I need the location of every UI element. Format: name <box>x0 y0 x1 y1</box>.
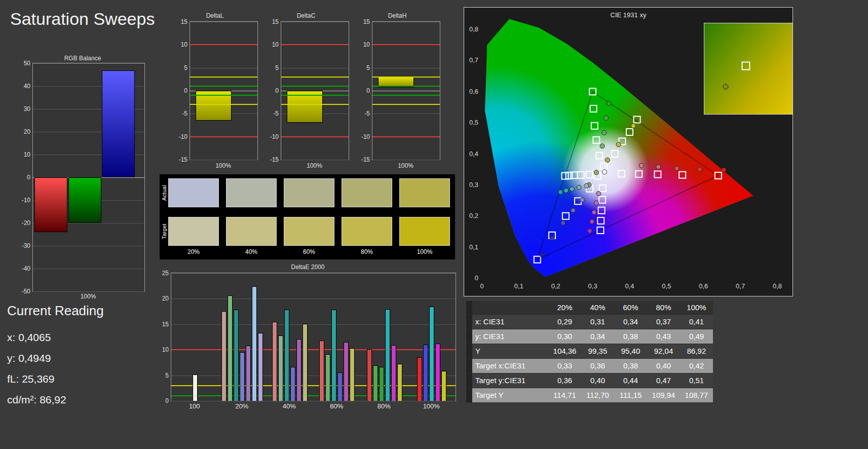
table-value-cell: 109,94 <box>647 388 680 402</box>
grid-line <box>171 376 456 376</box>
deltae-bar <box>423 345 428 401</box>
table-header-cell: 40% <box>581 301 614 314</box>
current-reading-section: Current Reading x: 0,4065 y: 0,4949 fL: … <box>7 303 104 410</box>
deltae-bar <box>367 349 372 401</box>
bar-blue <box>102 70 135 178</box>
measured-dot <box>558 190 563 195</box>
swatch-col-label: 80% <box>342 248 392 255</box>
table-value-cell: 0,43 <box>647 329 680 344</box>
y-tick-label: 20 <box>17 128 30 135</box>
table-gutter-cell <box>466 388 472 402</box>
deltae-bar <box>228 295 233 401</box>
deltae-2000-chart[interactable]: DeltaE 2000 2520151050 10020%40%60%80%10… <box>160 264 456 413</box>
x-axis-tick-label: 0,8 <box>773 282 782 290</box>
measured-dot <box>592 210 596 214</box>
x-axis-label: 80% <box>364 402 404 410</box>
deltae-bar <box>296 339 301 401</box>
grid-line <box>190 22 257 22</box>
deltae-bar <box>234 310 239 401</box>
y-tick-label: -10 <box>174 133 187 140</box>
y-tick-label: -5 <box>266 110 279 117</box>
deltae-bar <box>303 324 308 401</box>
y-tick-label: 15 <box>357 18 370 25</box>
x-axis-tick-label: 0,3 <box>588 282 597 290</box>
limit-line <box>372 44 440 45</box>
table-value-cell: 0,34 <box>581 329 614 344</box>
delta-c-x-axis-label: 100% <box>281 162 348 169</box>
actual-swatch <box>342 178 392 207</box>
table-row: Target x:CIE310,330,360,380,400,42 <box>466 359 713 373</box>
table-header-row: 20%40%60%80%100% <box>466 301 713 315</box>
current-reading-x: x: 0,4065 <box>7 327 104 348</box>
limit-line <box>171 349 456 350</box>
x-axis-label: 40% <box>269 402 310 410</box>
delta-l-chart[interactable]: DeltaL 151050-5-10-15 100% <box>171 12 258 171</box>
swatch-col-label: 60% <box>284 248 334 255</box>
table-value-cell: 0,33 <box>548 359 581 373</box>
limit-line <box>281 44 349 45</box>
limit-line <box>190 86 257 87</box>
y-tick-label: 10 <box>156 346 169 353</box>
table-header-cell: 100% <box>680 301 713 314</box>
deltae-bar <box>319 341 324 401</box>
swatch-row-label: Actual <box>161 178 168 207</box>
target-swatch <box>342 217 392 246</box>
table-row-label: Target Y <box>472 388 548 402</box>
table-row: Target y:CIE310,360,400,440,470,51 <box>466 373 713 388</box>
cie-1931-chart[interactable]: CIE 1931 xy 00,10,20,30,40,50,60,70,80,8… <box>464 7 793 296</box>
current-reading-cdm2: cd/m²: 86,92 <box>7 389 104 410</box>
table-row: x: CIE310,290,310,340,370,41 <box>466 315 713 329</box>
target-swatch <box>284 217 334 246</box>
actual-swatch <box>226 178 277 207</box>
measured-dot <box>550 236 554 241</box>
table-gutter-cell <box>466 301 472 314</box>
limit-line <box>190 77 257 78</box>
limit-line <box>372 86 440 87</box>
delta-l-plot: 151050-5-10-15 <box>190 21 258 160</box>
target-swatch <box>226 217 277 246</box>
table-gutter-cell <box>466 359 472 373</box>
deltae-bar <box>290 367 295 401</box>
measured-dot <box>698 167 702 172</box>
cie-zoom-inset[interactable] <box>704 23 793 115</box>
y-tick-label: 20 <box>156 295 169 302</box>
grid-line <box>372 114 440 114</box>
measured-dot <box>607 101 611 106</box>
y-axis-tick-label: 0 <box>475 274 478 282</box>
grid-line <box>171 273 456 274</box>
color-swatch-comparison[interactable]: ActualTarget20%40%60%80%100% <box>160 174 455 259</box>
y-tick-label: 15 <box>266 18 279 25</box>
target-swatch <box>168 217 219 246</box>
measured-dot <box>616 142 621 147</box>
table-row-label: Target x:CIE31 <box>472 359 548 373</box>
rgb-balance-chart[interactable]: RGB Balance 50403020100-10-20-30-40-50 1… <box>19 55 146 301</box>
delta-h-chart[interactable]: DeltaH 151050-5-10-15 100% <box>354 12 441 171</box>
table-value-cell: 0,41 <box>680 315 713 329</box>
rgb-balance-title: RGB Balance <box>19 55 146 62</box>
y-tick-label: -10 <box>266 133 279 140</box>
limit-line <box>281 136 349 137</box>
table-value-cell: 104,36 <box>548 344 581 358</box>
measured-dot <box>639 163 644 168</box>
y-tick-label: 5 <box>357 64 370 71</box>
table-gutter-cell <box>466 344 472 358</box>
table-header-cell: 20% <box>548 301 581 314</box>
swatch-col-label: 100% <box>399 248 450 255</box>
y-tick-label: -15 <box>266 156 279 163</box>
limit-line <box>171 395 456 396</box>
grid-line <box>171 324 456 325</box>
measured-dot <box>600 144 605 148</box>
measured-dot <box>540 253 544 257</box>
deltae-bar <box>350 348 355 401</box>
inset-target-square <box>741 62 750 70</box>
measured-dot <box>590 219 594 224</box>
x-axis-label: 100 <box>174 402 215 410</box>
measured-dot <box>577 185 581 190</box>
actual-swatch <box>399 178 450 207</box>
delta-c-plot: 151050-5-10-15 <box>281 21 349 160</box>
x-axis-tick-label: 0,1 <box>514 282 523 290</box>
measured-dot <box>570 186 574 191</box>
grid-line <box>33 269 144 269</box>
measurement-table[interactable]: 20%40%60%80%100%x: CIE310,290,310,340,37… <box>466 301 713 403</box>
delta-c-chart[interactable]: DeltaC 151050-5-10-15 100% <box>262 12 350 171</box>
